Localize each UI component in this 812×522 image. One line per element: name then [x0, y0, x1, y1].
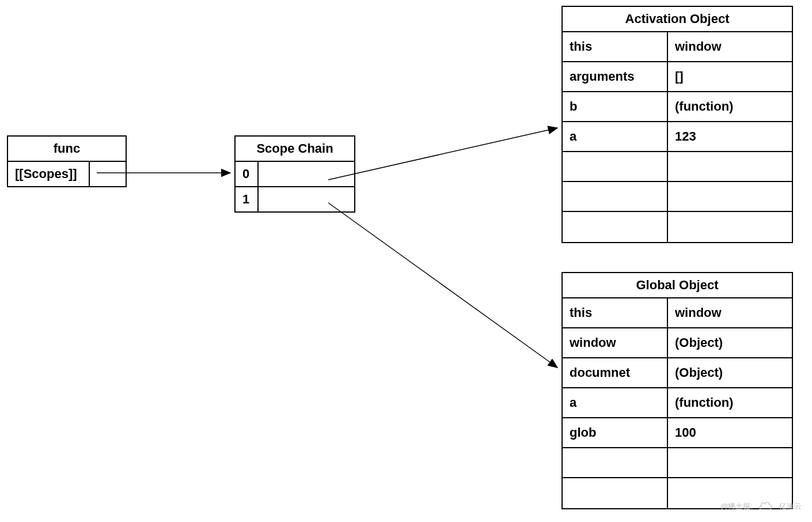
scope-chain-row: 1: [236, 187, 354, 211]
ao-row: [563, 212, 792, 242]
ao-key: [563, 182, 668, 211]
activation-object-box: Activation Object this window arguments …: [561, 6, 793, 243]
ao-row: this window: [563, 32, 792, 62]
watermark-source: @稀土掘:: [720, 501, 753, 512]
ao-value: [668, 182, 792, 211]
go-row: a (function): [563, 388, 792, 418]
ao-row: [563, 182, 792, 212]
ao-value: 123: [668, 122, 792, 151]
global-object-box: Global Object this window window (Object…: [561, 272, 793, 509]
go-value: 100: [668, 418, 792, 447]
watermark-brand: 亿速云: [779, 501, 802, 512]
scope-chain-value: [259, 187, 354, 211]
ao-value: [668, 212, 792, 242]
activation-object-title: Activation Object: [563, 7, 792, 32]
go-key: [563, 448, 668, 477]
ao-row: b (function): [563, 92, 792, 122]
go-value: (Object): [668, 358, 792, 387]
watermark: @稀土掘: 亿速云: [720, 501, 802, 512]
go-row: glob 100: [563, 418, 792, 448]
ao-value: window: [668, 32, 792, 61]
ao-key: this: [563, 32, 668, 61]
ao-value: (function): [668, 92, 792, 121]
go-row: documnet (Object): [563, 358, 792, 388]
scope-chain-index: 1: [236, 187, 259, 211]
go-row: this window: [563, 298, 792, 328]
func-prop-val: [90, 162, 126, 186]
go-value: [668, 448, 792, 477]
go-key: glob: [563, 418, 668, 447]
go-value: (function): [668, 388, 792, 417]
go-value: (Object): [668, 328, 792, 357]
scope-chain-box: Scope Chain 0 1: [234, 135, 355, 213]
ao-row: arguments []: [563, 62, 792, 92]
scope-chain-value: [259, 162, 354, 186]
go-key: a: [563, 388, 668, 417]
ao-key: a: [563, 122, 668, 151]
ao-key: b: [563, 92, 668, 121]
scope-chain-row: 0: [236, 162, 354, 187]
ao-key: [563, 212, 668, 242]
cloud-icon: [760, 501, 772, 512]
scope-chain-title: Scope Chain: [236, 137, 354, 162]
go-key: [563, 478, 668, 508]
go-row: window (Object): [563, 328, 792, 358]
arrow-scope1-to-go: [328, 203, 557, 368]
scope-chain-index: 0: [236, 162, 259, 186]
go-value: window: [668, 298, 792, 327]
global-object-title: Global Object: [563, 273, 792, 298]
ao-key: [563, 152, 668, 181]
go-row: [563, 448, 792, 478]
func-prop-key: [[Scopes]]: [8, 162, 90, 186]
arrow-scope0-to-ao: [328, 128, 557, 180]
func-box: func [[Scopes]]: [7, 135, 127, 187]
ao-row: a 123: [563, 122, 792, 152]
go-key: this: [563, 298, 668, 327]
ao-key: arguments: [563, 62, 668, 91]
func-prop-row: [[Scopes]]: [8, 162, 126, 186]
ao-row: [563, 152, 792, 182]
ao-value: []: [668, 62, 792, 91]
go-key: documnet: [563, 358, 668, 387]
ao-value: [668, 152, 792, 181]
go-key: window: [563, 328, 668, 357]
func-title: func: [8, 137, 126, 162]
